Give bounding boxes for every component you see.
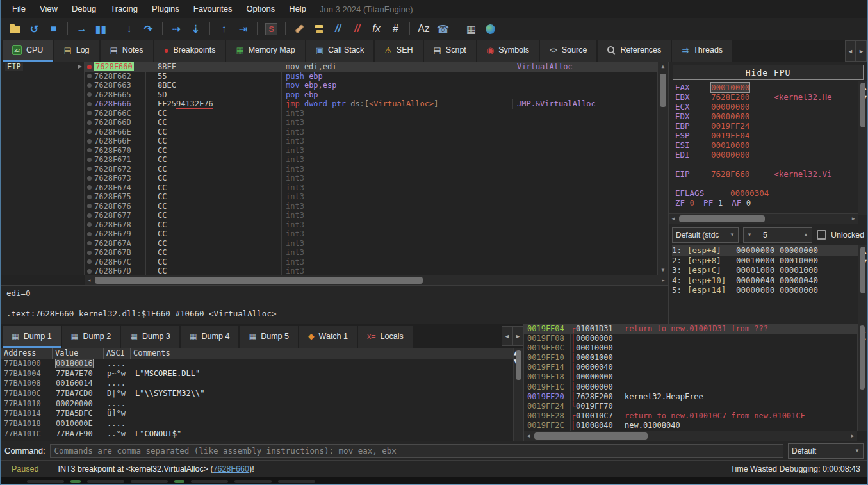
- tab-watch-1[interactable]: ◆Watch 1: [299, 326, 357, 348]
- gutter-dot-icon[interactable]: [87, 158, 92, 162]
- scroll-left-icon[interactable]: ◄: [85, 277, 94, 283]
- breakpoint-gutter[interactable]: [85, 176, 94, 181]
- breakpoint-gutter[interactable]: [85, 158, 94, 162]
- toolbar-animate-into-icon[interactable]: ⇢: [168, 21, 185, 38]
- scroll-right-icon[interactable]: ►: [849, 216, 858, 222]
- arguments-vscrollbar[interactable]: ▲ ▼: [858, 245, 867, 324]
- gutter-dot-icon[interactable]: [87, 222, 92, 227]
- tab-scroll-right-icon[interactable]: ►: [512, 326, 523, 346]
- menu-plugins[interactable]: Plugins: [145, 0, 186, 18]
- stack-row[interactable]: 0019FF28┌010010C7return to new.010010C7 …: [524, 411, 857, 421]
- scroll-thumb[interactable]: [860, 247, 865, 293]
- tab-symbols[interactable]: ◉Symbols: [477, 40, 539, 62]
- disasm-row[interactable]: 7628F67DCCint3: [85, 267, 657, 275]
- gutter-dot-icon[interactable]: [87, 120, 92, 125]
- stack-row[interactable]: 0019FF20│7628E200kernel32.HeapFree: [524, 392, 857, 402]
- disasm-row[interactable]: 7628F6608BFFmov edi,ediVirtualAlloc: [85, 62, 657, 72]
- gutter-dot-icon[interactable]: [87, 83, 92, 88]
- menu-help[interactable]: Help: [282, 0, 313, 18]
- stack-row[interactable]: 0019FF04┌01001D31return to new.01001D31 …: [524, 324, 857, 334]
- breakpoint-gutter[interactable]: [85, 111, 94, 115]
- command-input[interactable]: [50, 444, 783, 458]
- gutter-dot-icon[interactable]: [87, 74, 92, 78]
- flags-row[interactable]: ZF 0PF 1AF 0: [675, 198, 857, 208]
- argument-row[interactable]: 1:[esp+4]00000000 00000000: [672, 245, 867, 256]
- disasm-row[interactable]: 7628F6655Dpop ebp: [85, 90, 657, 100]
- unlocked-checkbox[interactable]: [817, 230, 826, 240]
- stack-row[interactable]: 0019FF0C│00010000: [524, 343, 857, 353]
- register-row[interactable]: EIP7628F660<kernel32.Vi: [675, 169, 857, 179]
- tab-dump-1[interactable]: ▦Dump 1: [3, 326, 61, 348]
- scroll-left-icon[interactable]: ◄: [669, 216, 678, 222]
- scroll-up-icon[interactable]: ▲: [658, 62, 668, 71]
- registers-vscrollbar[interactable]: ▲ ▼: [858, 81, 867, 215]
- toolbar-run-icon[interactable]: →: [73, 21, 90, 38]
- dump-header-address[interactable]: Address: [1, 348, 53, 359]
- toolbar-comment-icon[interactable]: [310, 21, 327, 38]
- breakpoint-gutter[interactable]: [85, 83, 94, 88]
- gutter-dot-icon[interactable]: [87, 269, 92, 274]
- register-row[interactable]: EDX00000000: [675, 111, 857, 121]
- dump-row[interactable]: 77BA101000020000....: [1, 399, 523, 409]
- toolbar-pause-icon[interactable]: ▮▮: [92, 21, 110, 38]
- dump-row[interactable]: 77BA100C77BA7CD0Ð|°wL"\\SYSTEM32\\": [1, 389, 523, 399]
- hide-fpu-button[interactable]: Hide FPU: [673, 65, 864, 80]
- breakpoint-gutter[interactable]: [85, 167, 94, 171]
- gutter-dot-icon[interactable]: [87, 241, 92, 245]
- breakpoint-gutter[interactable]: [85, 195, 94, 199]
- disasm-row[interactable]: 7628F66255push ebp: [85, 72, 657, 81]
- toolbar-function-icon[interactable]: fx: [368, 21, 385, 38]
- register-row[interactable]: EFLAGS00000304: [675, 188, 857, 198]
- disasm-row[interactable]: 7628F671CCint3: [85, 155, 657, 165]
- disasm-row[interactable]: 7628F66FCCint3: [85, 136, 657, 146]
- scroll-thumb[interactable]: [534, 432, 648, 440]
- scroll-thumb[interactable]: [860, 325, 865, 390]
- breakpoint-gutter[interactable]: [85, 241, 94, 245]
- scroll-thumb[interactable]: [660, 74, 666, 107]
- dump-row[interactable]: 77BA10180010000E....: [1, 419, 523, 429]
- breakpoint-gutter[interactable]: [85, 92, 94, 97]
- toolbar-az-icon[interactable]: Az: [415, 21, 432, 38]
- stack-row[interactable]: 0019FF14│00000040: [524, 363, 857, 372]
- register-row[interactable]: ESI00010000: [675, 140, 857, 150]
- disasm-row[interactable]: 7628F66DCCint3: [85, 118, 657, 127]
- tab-dump-3[interactable]: ▦Dump 3: [121, 326, 179, 348]
- dump-row[interactable]: 77BA100000180016....: [1, 359, 523, 369]
- tab-memory-map[interactable]: ▦Memory Map: [226, 40, 304, 62]
- registers-hscrollbar[interactable]: ◄ ►: [669, 213, 858, 224]
- breakpoint-address-link[interactable]: 7628F660: [213, 464, 249, 473]
- register-row[interactable]: ESP0019FF04: [675, 131, 857, 140]
- scroll-right-icon[interactable]: ►: [659, 277, 668, 283]
- scroll-down-icon[interactable]: ▼: [658, 266, 668, 275]
- toolbar-open-file-icon[interactable]: [6, 21, 24, 38]
- gutter-dot-icon[interactable]: [87, 185, 92, 190]
- breakpoint-gutter[interactable]: [85, 65, 94, 69]
- tab-threads[interactable]: ⇉Threads: [672, 40, 732, 62]
- gutter-dot-icon[interactable]: [87, 129, 92, 134]
- register-row[interactable]: ECX00000000: [675, 102, 857, 111]
- menu-options[interactable]: Options: [239, 0, 282, 18]
- stack-row[interactable]: 0019FF2C│01008040new.01008040: [524, 421, 857, 431]
- disasm-row[interactable]: 7628F672CCint3: [85, 165, 657, 174]
- breakpoint-gutter[interactable]: [85, 185, 94, 190]
- tab-log[interactable]: ▤Log: [54, 40, 99, 62]
- toolbar-calculator-icon[interactable]: ▦: [463, 21, 480, 38]
- disasm-row[interactable]: 7628F67BCCint3: [85, 248, 657, 258]
- argument-row[interactable]: 4:[esp+10]00000040 00000040: [672, 275, 867, 286]
- breakpoint-gutter[interactable]: [85, 204, 94, 208]
- gutter-dot-icon[interactable]: [87, 213, 92, 218]
- breakpoint-gutter[interactable]: [85, 222, 94, 227]
- breakpoint-gutter[interactable]: [85, 213, 94, 218]
- scroll-left-icon[interactable]: ◄: [524, 433, 533, 439]
- disasm-row[interactable]: 7628F670CCint3: [85, 146, 657, 156]
- dump-row[interactable]: 77BA101C77BA7F90..°wL"CONOUT$": [1, 429, 523, 440]
- spinner-down-icon[interactable]: ▼: [744, 232, 755, 238]
- scroll-thumb[interactable]: [516, 350, 521, 380]
- gutter-dot-icon[interactable]: [87, 148, 92, 152]
- menu-favourites[interactable]: Favourites: [186, 0, 240, 18]
- disasm-row[interactable]: 7628F67CCCint3: [85, 258, 657, 267]
- toolbar-patch-icon[interactable]: [291, 21, 308, 38]
- tab-notes[interactable]: ▤Notes: [101, 40, 153, 62]
- gutter-dot-icon[interactable]: [87, 139, 92, 144]
- gutter-dot-icon[interactable]: [87, 176, 92, 181]
